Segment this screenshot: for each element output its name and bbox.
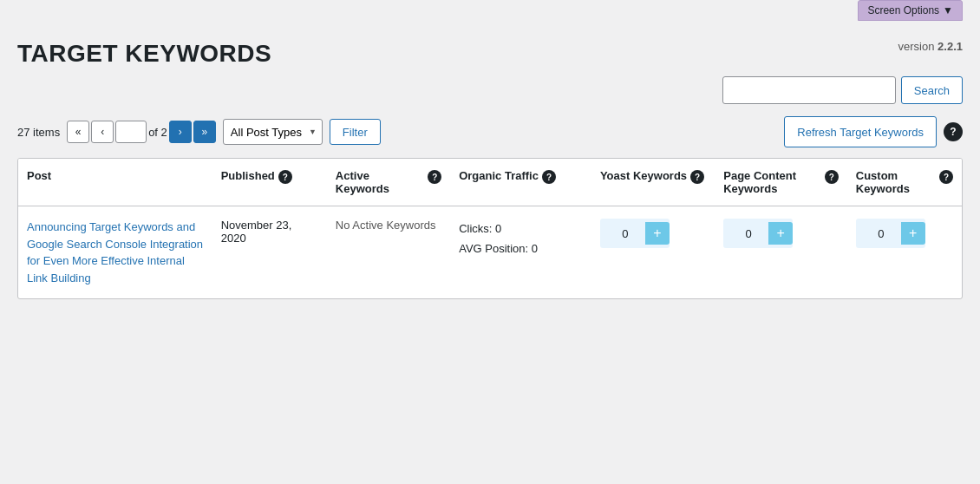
col-header-page-content-keywords: Page Content Keywords ? (715, 159, 847, 206)
cell-active-keywords: No Active Keywords (327, 206, 450, 299)
screen-options-chevron: ▼ (943, 4, 953, 16)
cell-page-content-keywords: 0 + (715, 206, 847, 299)
cell-organic-traffic: Clicks: 0 AVG Position: 0 (450, 206, 591, 299)
filter-button[interactable]: Filter (330, 119, 381, 145)
post-type-select-wrapper: All Post Types Posts Pages (223, 119, 323, 145)
col-header-yoast-keywords: Yoast Keywords ? (591, 159, 715, 206)
items-count: 27 items (17, 126, 60, 139)
next-page-button[interactable]: › (169, 121, 192, 143)
screen-options-label: Screen Options (867, 4, 939, 16)
col-header-active-keywords: Active Keywords ? (327, 159, 450, 206)
cell-post: Announcing Target Keywords and Google Se… (18, 206, 212, 299)
col-header-published: Published ? (212, 159, 327, 206)
version-text: version 2.2.1 (898, 40, 963, 53)
page-content-keywords-help-icon[interactable]: ? (825, 170, 839, 184)
last-page-button[interactable]: » (193, 121, 216, 143)
refresh-target-keywords-button[interactable]: Refresh Target Keywords (784, 116, 937, 147)
help-icon[interactable]: ? (944, 122, 963, 141)
prev-page-button[interactable]: ‹ (91, 121, 114, 143)
pagination: « ‹ 1 of 2 › » (67, 121, 216, 143)
first-page-button[interactable]: « (67, 121, 89, 143)
page-of-label: of 2 (148, 126, 167, 139)
keywords-table: Post Published ? Active Keywords ? (17, 158, 963, 299)
yoast-count: 0 (600, 227, 642, 240)
custom-keywords-help-icon[interactable]: ? (939, 170, 953, 184)
col-header-post: Post (18, 159, 212, 206)
col-header-custom-keywords: Custom Keywords ? (847, 159, 962, 206)
page-content-counter: 0 + (723, 219, 793, 248)
cell-published: November 23, 2020 (212, 206, 327, 299)
custom-count: 0 (856, 227, 898, 240)
post-link[interactable]: Announcing Target Keywords and Google Se… (27, 220, 203, 285)
search-input[interactable] (722, 76, 896, 104)
cell-custom-keywords: 0 + (847, 206, 962, 299)
page-content-add-button[interactable]: + (768, 222, 793, 245)
page-content-count: 0 (723, 227, 765, 240)
screen-options-button[interactable]: Screen Options ▼ (858, 0, 963, 21)
yoast-counter: 0 + (600, 219, 670, 248)
current-page-input[interactable]: 1 (115, 121, 147, 143)
table-row: Announcing Target Keywords and Google Se… (18, 206, 962, 299)
cell-yoast-keywords: 0 + (591, 206, 715, 299)
post-type-select[interactable]: All Post Types Posts Pages (223, 119, 323, 145)
page-title: TARGET KEYWORDS (17, 40, 271, 68)
col-header-organic-traffic: Organic Traffic ? (450, 159, 591, 206)
active-keywords-help-icon[interactable]: ? (428, 170, 441, 184)
published-help-icon[interactable]: ? (278, 170, 292, 184)
custom-counter: 0 + (856, 219, 925, 248)
yoast-add-button[interactable]: + (645, 222, 670, 245)
custom-add-button[interactable]: + (901, 222, 925, 245)
yoast-keywords-help-icon[interactable]: ? (690, 170, 704, 184)
organic-traffic-help-icon[interactable]: ? (542, 170, 556, 184)
search-button[interactable]: Search (901, 76, 963, 104)
